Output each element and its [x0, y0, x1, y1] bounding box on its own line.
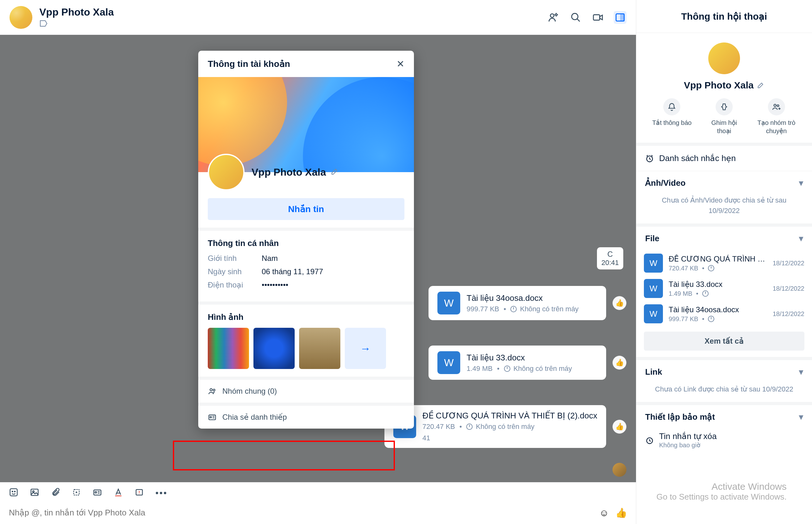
svg-point-18: [210, 416, 211, 418]
media-empty-note: Chưa có Ảnh/Video được chia sẻ từ sau 10…: [636, 195, 812, 224]
close-icon[interactable]: ✕: [397, 58, 404, 69]
panel-avatar[interactable]: [708, 43, 740, 74]
file-name: Tài liệu 34oosa.docx: [466, 293, 578, 303]
file-name: ĐỀ CƯƠNG QUÁ TRÌNH VÀ THIẾT BỊ (2).docx: [423, 411, 597, 421]
personal-info-header: Thông tin cá nhân: [208, 239, 404, 248]
contact-name[interactable]: Vpp Photo Xala: [39, 6, 547, 18]
svg-rect-5: [620, 14, 624, 21]
svg-rect-6: [10, 489, 17, 496]
file-item[interactable]: W Tài liệu 34oosa.docx 999.77 KB 18/12/2…: [636, 301, 812, 327]
file-section-header[interactable]: File ▾: [636, 227, 812, 250]
image-thumb[interactable]: [208, 328, 249, 369]
chevron-down-icon: ▾: [799, 234, 803, 243]
svg-rect-9: [31, 489, 38, 495]
priority-icon[interactable]: [134, 488, 144, 498]
link-empty-note: Chưa có Link được chia sẻ từ sau 10/9/20…: [636, 384, 812, 402]
svg-rect-3: [593, 15, 600, 20]
security-section-header[interactable]: Thiết lập bảo mật ▾: [636, 405, 812, 429]
add-member-icon[interactable]: [547, 11, 560, 24]
svg-point-19: [774, 104, 776, 107]
chevron-down-icon: ▾: [799, 367, 803, 377]
common-groups-row[interactable]: Nhóm chung (0): [198, 377, 414, 403]
message-input[interactable]: [9, 508, 599, 518]
tag-icon: [39, 20, 48, 27]
share-card-row[interactable]: Chia sẻ danh thiếp: [198, 403, 414, 429]
card-icon[interactable]: [93, 488, 102, 498]
react-button[interactable]: 👍: [612, 296, 626, 310]
video-call-icon[interactable]: [592, 11, 604, 24]
message-button[interactable]: Nhắn tin: [208, 198, 404, 220]
toggle-sidebar-icon[interactable]: [614, 11, 626, 24]
search-icon[interactable]: [569, 11, 582, 24]
more-icon[interactable]: •••: [156, 488, 168, 498]
conversation-info-panel: Thông tin hội thoại Vpp Photo Xala Tắt t…: [636, 0, 812, 524]
media-section-header[interactable]: Ảnh/Video ▾: [636, 171, 812, 195]
svg-point-20: [777, 105, 779, 107]
pin-button[interactable]: Ghim hội thoại: [703, 98, 745, 135]
screenshot-icon[interactable]: [72, 488, 81, 498]
panel-title: Thông tin hội thoại: [636, 0, 812, 33]
edit-icon[interactable]: [331, 167, 339, 177]
svg-point-2: [572, 13, 578, 20]
sender-avatar[interactable]: [612, 463, 626, 477]
mute-button[interactable]: Tắt thông báo: [651, 98, 692, 135]
account-info-modal: Thông tin tài khoản ✕ Vpp Photo Xala Nhắ…: [198, 51, 414, 429]
react-button[interactable]: 👍: [612, 356, 626, 370]
svg-point-1: [555, 14, 557, 16]
panel-contact-name: Vpp Photo Xala: [684, 80, 764, 91]
word-doc-icon: W: [644, 304, 663, 323]
profile-avatar[interactable]: [208, 154, 244, 191]
svg-point-8: [15, 491, 16, 492]
date-badge: C 20:41: [597, 247, 623, 269]
chat-header: Vpp Photo Xala: [0, 0, 636, 35]
svg-point-15: [210, 389, 212, 391]
message-file[interactable]: W Tài liệu 34oosa.docx 999.77 KBKhông có…: [429, 286, 606, 320]
word-doc-icon: W: [644, 253, 663, 273]
create-group-button[interactable]: Tạo nhóm trò chuyện: [756, 98, 797, 135]
chevron-down-icon: ▾: [799, 178, 803, 188]
image-thumb[interactable]: [299, 328, 340, 369]
format-icon[interactable]: [114, 488, 123, 498]
dob-value: 06 tháng 11, 1977: [262, 267, 323, 276]
view-all-button[interactable]: Xem tất cả: [644, 331, 805, 350]
windows-watermark: Activate Windows Go to Settings to activ…: [656, 481, 786, 502]
svg-point-13: [95, 492, 97, 493]
svg-point-16: [213, 389, 215, 391]
images-header: Hình ảnh: [208, 312, 404, 322]
file-item[interactable]: W Tài liệu 33.docx 1.49 MB 18/12/2022: [636, 276, 812, 301]
attachment-icon[interactable]: [51, 488, 60, 498]
chevron-down-icon: ▾: [799, 412, 803, 422]
image-icon[interactable]: [30, 488, 39, 498]
word-doc-icon: W: [644, 279, 663, 298]
reminders-row[interactable]: Danh sách nhắc hẹn: [636, 146, 812, 171]
message-file[interactable]: W ĐỀ CƯƠNG QUÁ TRÌNH VÀ THIẾT BỊ (2).doc…: [384, 405, 606, 448]
word-doc-icon: W: [437, 351, 460, 374]
react-button[interactable]: 👍: [612, 420, 626, 433]
message-composer: ••• ☺ 👍: [0, 482, 636, 524]
emoji-icon[interactable]: ☺: [599, 508, 609, 518]
gender-value: Nam: [262, 254, 278, 263]
thumbs-up-icon[interactable]: 👍: [615, 507, 627, 518]
auto-delete-row[interactable]: Tin nhắn tự xóa Không bao giờ: [636, 429, 812, 457]
phone-value: ••••••••••: [262, 281, 288, 290]
sticker-icon[interactable]: [9, 488, 18, 498]
more-images-button[interactable]: →: [345, 328, 386, 369]
link-section-header[interactable]: Link ▾: [636, 360, 812, 384]
file-name: Tài liệu 33.docx: [466, 353, 572, 363]
file-item[interactable]: W ĐỀ CƯƠNG QUÁ TRÌNH VÀ THI...(2).docx 7…: [636, 250, 812, 276]
image-thumb[interactable]: [253, 328, 294, 369]
edit-icon[interactable]: [757, 81, 764, 89]
profile-name: Vpp Photo Xala: [252, 166, 326, 178]
svg-point-7: [12, 491, 13, 492]
message-file[interactable]: W Tài liệu 33.docx 1.49 MBKhông có trên …: [429, 345, 606, 380]
contact-avatar[interactable]: [10, 6, 32, 29]
word-doc-icon: W: [437, 292, 460, 314]
modal-title: Thông tin tài khoản: [208, 59, 290, 69]
svg-point-0: [550, 14, 554, 17]
